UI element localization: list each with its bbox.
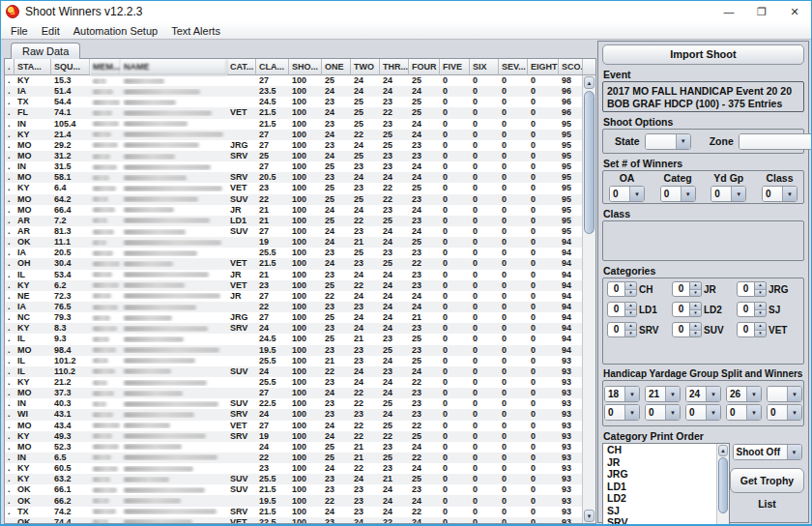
table-row[interactable]: .KY60.52310024222324000093 <box>5 463 582 474</box>
category-jrg-spinner[interactable]: 0▲▼ <box>737 281 767 297</box>
print-order-item-ld2[interactable]: LD2 <box>603 492 729 505</box>
yardage-winners-4-dropdown[interactable]: 0▼ <box>726 404 762 421</box>
yardage-split-3-dropdown[interactable]: 24▼ <box>685 386 721 402</box>
spinner-down-icon[interactable]: ▼ <box>690 310 701 317</box>
column-header-SEV[interactable]: SEV... <box>499 59 528 75</box>
shoot-off-dropdown[interactable]: Shoot Off ▼ <box>733 444 802 460</box>
close-button[interactable]: ✕ <box>778 1 811 22</box>
winner-oa-dropdown[interactable]: 0▼ <box>609 186 645 202</box>
yardage-winners-1-dropdown[interactable]: 0▼ <box>604 404 640 421</box>
scroll-down-arrow-icon[interactable]: ▼ <box>584 510 594 522</box>
column-header-THR[interactable]: THR... <box>380 59 409 75</box>
yardage-winners-5-dropdown[interactable]: 0▼ <box>767 404 802 421</box>
scroll-up-arrow-icon[interactable]: ▲ <box>584 76 594 89</box>
table-row[interactable]: .IN40.3SUV22.510023222523000093 <box>5 398 582 409</box>
menu-item-edit[interactable]: Edit <box>35 24 67 38</box>
spinner-down-icon[interactable]: ▼ <box>625 310 636 317</box>
table-row[interactable]: .IN31.52710025232324000095 <box>5 161 582 172</box>
table-row[interactable]: .MO52.32410025212324000093 <box>5 442 582 453</box>
scroll-up-arrow-icon[interactable]: ▲ <box>718 445 728 456</box>
scrollbar-thumb[interactable] <box>584 91 594 234</box>
column-header-FIVE[interactable]: FIVE <box>440 59 470 75</box>
print-order-item-ld1[interactable]: LD1 <box>603 481 729 493</box>
table-row[interactable]: .NE72.3JR2710022242424000094 <box>5 291 582 302</box>
winner-class-dropdown[interactable]: 0▼ <box>762 186 798 202</box>
print-order-item-jr[interactable]: JR <box>603 456 729 469</box>
column-header-SHO[interactable]: SHO... <box>289 59 322 75</box>
table-row[interactable]: .IA76.52210023232424000094 <box>5 302 582 312</box>
category-ld1-spinner-buttons[interactable]: ▲▼ <box>625 302 637 317</box>
spinner-down-icon[interactable]: ▼ <box>625 331 636 337</box>
table-row[interactable]: .KY63.2SUV25.510023242125000093 <box>5 474 582 484</box>
table-row[interactable]: .MO58.1SRV20.510023242424000095 <box>5 172 582 183</box>
table-row[interactable]: .KY21.225.510023242422000093 <box>5 377 582 388</box>
print-order-item-sj[interactable]: SJ <box>603 505 729 517</box>
column-header-SQU[interactable]: SQU... <box>51 59 90 75</box>
column-header-marker[interactable]: . <box>5 59 14 75</box>
spinner-up-icon[interactable]: ▲ <box>625 323 636 331</box>
column-header-MEM[interactable]: MEM... <box>90 59 121 75</box>
get-trophy-list-button[interactable]: Get Trophy List <box>730 468 804 493</box>
table-row[interactable]: .AR81.3SUV2710024232424000095 <box>5 226 582 237</box>
category-suv-spinner[interactable]: 0▲▼ <box>672 322 702 337</box>
winner-yd-gp-dropdown[interactable]: 0▼ <box>710 186 746 202</box>
table-row[interactable]: .IA51.423.510024242424000096 <box>5 86 582 97</box>
table-row[interactable]: .MO66.4JR2110024242324000095 <box>5 205 582 216</box>
table-row[interactable]: .KY8.3SRV2410023242423000094 <box>5 323 582 334</box>
table-row[interactable]: .KY6.4VET2310025232225000095 <box>5 183 582 193</box>
column-header-TWO[interactable]: TWO <box>351 59 380 75</box>
category-suv-spinner-buttons[interactable]: ▲▼ <box>690 322 702 337</box>
category-ld2-spinner[interactable]: 0▲▼ <box>672 302 702 317</box>
table-row[interactable]: .KY15.32710025242425000098 <box>5 75 582 86</box>
list-scrollbar[interactable]: ▲ ▼ <box>716 444 729 526</box>
category-jrg-spinner-buttons[interactable]: ▲▼ <box>755 281 767 297</box>
category-ch-spinner-buttons[interactable]: ▲▼ <box>625 281 637 297</box>
spinner-down-icon[interactable]: ▼ <box>690 331 701 337</box>
minimize-button[interactable]: — <box>712 1 745 22</box>
table-row[interactable]: .IL101.225.510021232425000093 <box>5 356 582 366</box>
spinner-down-icon[interactable]: ▼ <box>625 290 636 297</box>
table-row[interactable]: .IA20.525.510023252323000094 <box>5 248 582 258</box>
table-row[interactable]: .KY6.2VET2310025222423000094 <box>5 280 582 291</box>
table-row[interactable]: .IN105.421.510023252324000095 <box>5 119 582 130</box>
table-row[interactable]: .OK66.219.510022232424000093 <box>5 495 582 506</box>
table-row[interactable]: .TX74.2SRV21.510024232422000093 <box>5 507 582 517</box>
yardage-split-1-dropdown[interactable]: 18▼ <box>604 386 640 402</box>
column-header-NAME[interactable]: NAME <box>121 59 227 75</box>
category-vet-spinner[interactable]: 0▲▼ <box>737 322 767 337</box>
table-row[interactable]: .OK74.4VET22.510023242224000093 <box>5 517 582 523</box>
menu-item-file[interactable]: File <box>4 24 35 38</box>
table-row[interactable]: .MO31.2SRV2510024252323000095 <box>5 151 582 161</box>
column-header-SCO[interactable]: SCO... <box>559 59 583 75</box>
spinner-up-icon[interactable]: ▲ <box>755 323 766 331</box>
maximize-button[interactable]: ❐ <box>745 1 778 22</box>
column-header-STA[interactable]: STA... <box>14 59 51 75</box>
yardage-split-2-dropdown[interactable]: 21▼ <box>645 386 681 402</box>
category-ch-spinner[interactable]: 0▲▼ <box>607 281 637 297</box>
spinner-up-icon[interactable]: ▲ <box>625 282 636 290</box>
category-srv-spinner[interactable]: 0▲▼ <box>607 322 637 337</box>
column-header-CLA[interactable]: CLA... <box>256 59 289 75</box>
table-row[interactable]: .MO64.2SUV2210025252223000095 <box>5 194 582 205</box>
table-row[interactable]: .KY49.3SRV1910024222225000093 <box>5 431 582 442</box>
menu-item-text-alerts[interactable]: Text Alerts <box>164 24 227 38</box>
column-header-SIX[interactable]: SIX <box>470 59 499 75</box>
category-ld1-spinner[interactable]: 0▲▼ <box>607 302 637 317</box>
category-print-order-list[interactable]: CHJRJRGLD1LD2SJSRVSUV ▲ ▼ <box>602 443 730 526</box>
spinner-up-icon[interactable]: ▲ <box>690 323 701 331</box>
table-row[interactable]: .MO43.4VET2710024222522000093 <box>5 421 582 431</box>
table-row[interactable]: .NC79.3JRG2710025242421000094 <box>5 312 582 323</box>
spinner-up-icon[interactable]: ▲ <box>690 282 701 290</box>
table-row[interactable]: .TX54.424.510023252325000096 <box>5 97 582 107</box>
table-row[interactable]: .IL9.324.510025212325000094 <box>5 334 582 344</box>
zone-dropdown[interactable]: ▼ <box>739 133 812 150</box>
table-row[interactable]: .WI43.1SRV2410023232423000093 <box>5 409 582 420</box>
category-sj-spinner[interactable]: 0▲▼ <box>737 302 767 317</box>
print-order-item-jrg[interactable]: JRG <box>603 468 729 481</box>
spinner-down-icon[interactable]: ▼ <box>755 331 766 337</box>
table-row[interactable]: .MO37.32710024222423000093 <box>5 388 582 398</box>
column-header-EIGHT[interactable]: EIGHT <box>528 59 559 75</box>
category-jr-spinner[interactable]: 0▲▼ <box>672 281 702 297</box>
table-row[interactable]: .IN6.52210025212522000093 <box>5 453 582 463</box>
column-header-ONE[interactable]: ONE <box>322 59 351 75</box>
